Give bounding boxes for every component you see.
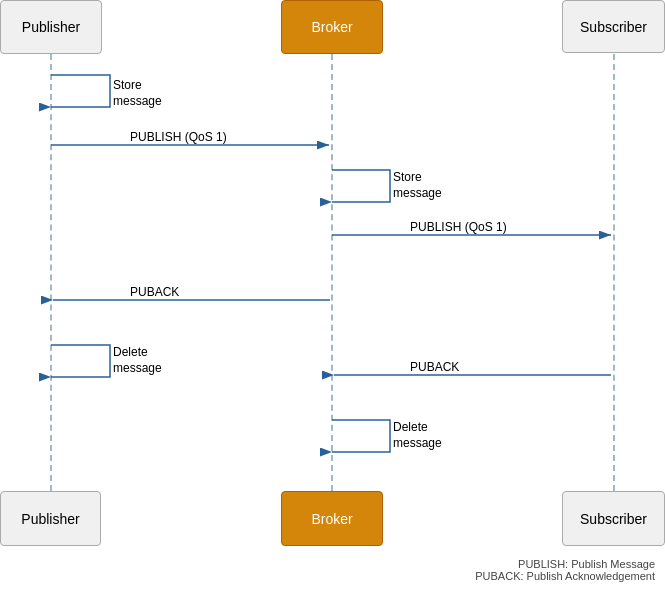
broker-top-label: Broker (311, 19, 352, 35)
label-delete-msg-broker: Deletemessage (393, 420, 442, 451)
label-store-msg-broker: Storemessage (393, 170, 442, 201)
label-publish-qos1-broker-sub: PUBLISH (QoS 1) (410, 220, 507, 234)
label-publish-qos1-pub-broker: PUBLISH (QoS 1) (130, 130, 227, 144)
diagram: Publisher Broker Subscriber Publisher Br… (0, 0, 665, 590)
label-delete-msg-publisher: Deletemessage (113, 345, 162, 376)
subscriber-bottom-label: Subscriber (580, 511, 647, 527)
legend: PUBLISH: Publish Message PUBACK: Publish… (475, 558, 655, 582)
publisher-top-box: Publisher (0, 0, 102, 54)
publisher-bottom-label: Publisher (21, 511, 79, 527)
broker-lifeline (331, 54, 333, 491)
broker-bottom-label: Broker (311, 511, 352, 527)
legend-line2: PUBACK: Publish Acknowledgement (475, 570, 655, 582)
publisher-lifeline (50, 54, 52, 491)
broker-top-box: Broker (281, 0, 383, 54)
broker-bottom-box: Broker (281, 491, 383, 546)
subscriber-lifeline (613, 54, 615, 491)
subscriber-top-label: Subscriber (580, 19, 647, 35)
subscriber-bottom-box: Subscriber (562, 491, 665, 546)
publisher-bottom-box: Publisher (0, 491, 101, 546)
publisher-top-label: Publisher (22, 19, 80, 35)
label-puback-broker: PUBACK (410, 360, 459, 374)
subscriber-top-box: Subscriber (562, 0, 665, 53)
label-puback-publisher: PUBACK (130, 285, 179, 299)
legend-line1: PUBLISH: Publish Message (475, 558, 655, 570)
label-store-msg-publisher: Storemessage (113, 78, 162, 109)
